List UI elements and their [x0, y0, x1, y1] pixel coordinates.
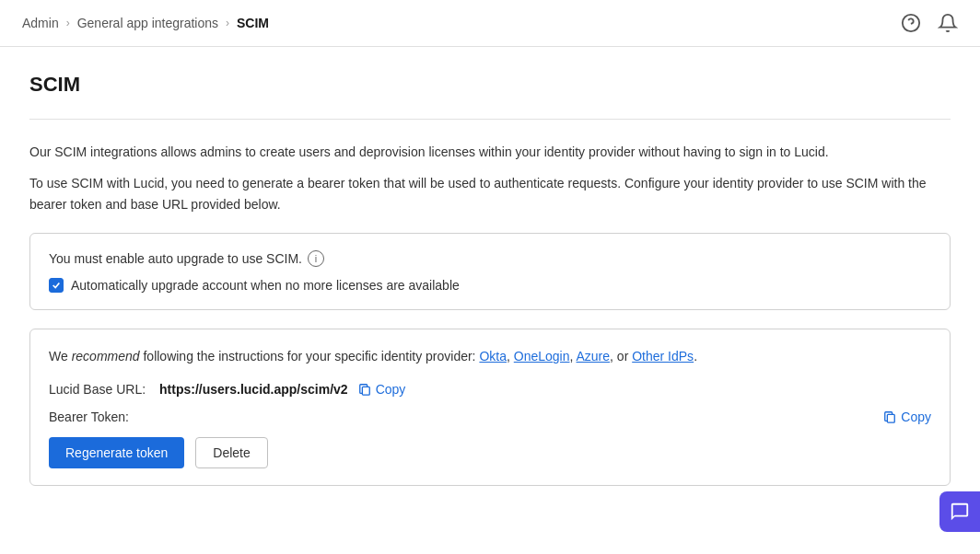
bell-icon[interactable]: [938, 13, 958, 33]
breadcrumb: Admin › General app integrations › SCIM: [22, 16, 269, 30]
svg-rect-2: [362, 387, 369, 395]
breadcrumb-sep2: ›: [226, 17, 229, 29]
bearer-token-label: Bearer Token:: [49, 410, 159, 424]
regenerate-token-button[interactable]: Regenerate token: [49, 437, 184, 468]
bearer-copy-text: Copy: [901, 410, 931, 424]
auto-upgrade-checkbox-label: Automatically upgrade account when no mo…: [71, 278, 460, 293]
recommend-suffix: .: [694, 349, 697, 364]
auto-upgrade-box: You must enable auto upgrade to use SCIM…: [29, 233, 951, 310]
main-content: SCIM Our SCIM integrations allows admins…: [0, 47, 980, 512]
auto-upgrade-label: You must enable auto upgrade to use SCIM…: [49, 251, 302, 266]
base-url-label: Lucid Base URL:: [49, 382, 159, 397]
action-row: Regenerate token Delete: [49, 437, 931, 468]
base-url-row: Lucid Base URL: https://users.lucid.app/…: [49, 382, 931, 397]
link-or: , or: [610, 349, 632, 364]
bearer-token-row: Bearer Token: Copy: [49, 410, 931, 424]
description-1: Our SCIM integrations allows admins to c…: [29, 142, 951, 162]
auto-upgrade-checkbox[interactable]: [49, 278, 64, 293]
recommend-text: We recommend following the instructions …: [49, 346, 931, 366]
link-onelogin[interactable]: OneLogin: [514, 349, 570, 364]
copy-base-url-icon: [357, 382, 372, 397]
chat-widget[interactable]: [939, 491, 980, 512]
comma2: ,: [569, 349, 576, 364]
breadcrumb-integrations[interactable]: General app integrations: [77, 16, 218, 30]
svg-rect-3: [888, 414, 895, 422]
recommend-box: We recommend following the instructions …: [29, 329, 951, 485]
link-other-idps[interactable]: Other IdPs: [632, 349, 694, 364]
delete-button[interactable]: Delete: [195, 437, 267, 468]
header: Admin › General app integrations › SCIM: [0, 0, 980, 47]
info-icon[interactable]: i: [308, 250, 324, 267]
breadcrumb-current: SCIM: [237, 16, 269, 30]
recommend-prefix: We: [49, 349, 72, 364]
base-url-copy-btn[interactable]: Copy: [357, 382, 406, 397]
breadcrumb-sep1: ›: [66, 17, 70, 29]
help-icon[interactable]: [901, 13, 921, 33]
copy-bearer-icon: [882, 410, 897, 424]
description-2: To use SCIM with Lucid, you need to gene…: [29, 173, 951, 214]
comma1: ,: [507, 349, 514, 364]
auto-upgrade-title: You must enable auto upgrade to use SCIM…: [49, 250, 931, 267]
link-azure[interactable]: Azure: [577, 349, 611, 364]
link-okta[interactable]: Okta: [479, 349, 507, 364]
breadcrumb-admin[interactable]: Admin: [22, 16, 59, 30]
base-url-value: https://users.lucid.app/scim/v2: [159, 382, 348, 397]
divider: [29, 119, 951, 120]
recommend-middle: following the instructions for your spec…: [140, 349, 480, 364]
page-title: SCIM: [29, 73, 951, 97]
bearer-copy-btn[interactable]: Copy: [882, 410, 931, 424]
base-url-copy-text: Copy: [376, 382, 406, 397]
header-icons: [901, 13, 958, 33]
recommend-italic: recommend: [72, 349, 140, 364]
auto-upgrade-checkbox-row: Automatically upgrade account when no mo…: [49, 278, 931, 293]
